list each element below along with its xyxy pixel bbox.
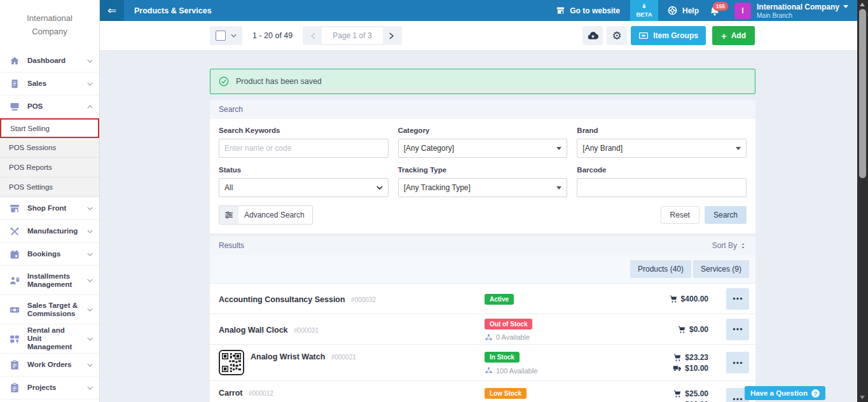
chevron-down-icon (87, 230, 93, 233)
go-to-website-label: Go to website (570, 6, 620, 15)
item-groups-button[interactable]: Item Groups (631, 26, 706, 45)
search-button[interactable]: Search (705, 206, 747, 224)
status-badge: Low Stock (485, 388, 527, 399)
submenu-label: POS Sessions (9, 144, 56, 151)
caret-down-icon (843, 5, 848, 8)
search-keywords-input[interactable] (219, 139, 389, 158)
have-a-question-button[interactable]: Have a Question ? (745, 386, 825, 400)
topbar: ⇐ Products & Services Go to website BETA… (100, 0, 857, 21)
scroll-down-arrow-icon[interactable] (860, 396, 865, 399)
tab-products[interactable]: Products (40) (630, 260, 691, 278)
submenu-item-start-selling[interactable]: Start Selling (0, 118, 99, 138)
have-a-question-label: Have a Question (750, 389, 808, 397)
sidebar-item-label: Projects (27, 384, 80, 392)
row-actions-button[interactable] (726, 352, 749, 373)
list-toolbar: 1 - 20 of 49 Page 1 of 3 ⚙ Item Groups +… (100, 21, 857, 51)
submenu-item-pos-sessions[interactable]: POS Sessions (0, 138, 99, 158)
barcode-label: Barcode (577, 166, 747, 174)
sidebar-item-manufacturing[interactable]: Manufacturing (0, 220, 99, 243)
sidebar-item-projects[interactable]: Projects (0, 377, 99, 399)
chevron-down-icon (87, 253, 93, 256)
category-select[interactable]: [Any Category] (398, 139, 568, 158)
receipt-icon (9, 78, 20, 90)
purchase-price-value: $18.00 (685, 400, 708, 402)
settings-button[interactable]: ⚙ (607, 26, 627, 45)
sidebar-item-installments-management[interactable]: Installments Management (0, 266, 99, 295)
sidebar-item-label: Installments Management (27, 272, 80, 289)
sidebar-item-sales-target-commissions[interactable]: Sales Target & Commissions (0, 295, 99, 324)
add-button[interactable]: + Add (712, 26, 755, 45)
scrollbar-thumb[interactable] (859, 9, 866, 178)
prev-page-button[interactable] (304, 27, 322, 44)
status-select[interactable]: All (219, 178, 389, 197)
barcode-input[interactable] (577, 178, 747, 197)
product-name[interactable]: Analog Wrist Watch #000021 (251, 345, 485, 362)
help-icon (667, 5, 678, 16)
sidebar-item-work-orders[interactable]: Work Orders (0, 354, 99, 377)
advanced-search-button[interactable]: Advanced Search (219, 205, 313, 225)
import-export-button[interactable] (582, 26, 603, 45)
logo-line-1: International (27, 11, 72, 25)
row-actions-button[interactable] (726, 319, 749, 340)
help-link[interactable]: Help (667, 5, 699, 16)
go-to-website-link[interactable]: Go to website (556, 6, 620, 15)
chevron-down-icon (87, 82, 93, 86)
screen: International Company Dashboard Sales PO… (0, 0, 868, 402)
avatar[interactable]: I (734, 3, 751, 19)
vertical-scrollbar[interactable] (857, 0, 868, 402)
product-row: Analog Wrist Watch #000021 In Stock 100 … (210, 344, 755, 380)
next-page-button[interactable] (383, 27, 401, 44)
select-all-dropdown[interactable] (210, 26, 242, 45)
product-price: $400.00 (631, 295, 708, 303)
sidebar-item-sales[interactable]: Sales (0, 73, 99, 95)
home-icon (9, 55, 20, 67)
submenu-item-pos-settings[interactable]: POS Settings (0, 177, 99, 197)
website-icon (556, 6, 565, 15)
sidebar-item-bookings[interactable]: Bookings (0, 243, 99, 266)
availability-value: 0 Available (496, 333, 530, 341)
pos-submenu: Start Selling POS Sessions POS Reports P… (0, 118, 99, 197)
account-menu[interactable]: International Company Main Branch (757, 3, 848, 19)
product-name[interactable]: Analog Wall Clock #000031 (219, 324, 485, 335)
product-name[interactable]: Accounting Consultancy Session #000032 (219, 293, 485, 305)
submenu-label: POS Settings (9, 183, 53, 191)
submenu-item-pos-reports[interactable]: POS Reports (0, 158, 99, 177)
sidebar: International Company Dashboard Sales PO… (0, 0, 100, 402)
brand-select[interactable]: [Any Brand] (577, 139, 747, 158)
tracking-type-select[interactable]: [Any Tracking Type] (398, 178, 568, 197)
dropdown-arrow-icon (556, 147, 561, 150)
tab-services[interactable]: Services (9) (693, 260, 749, 278)
price-value: $25.00 (685, 389, 708, 398)
advanced-search-label: Advanced Search (244, 211, 305, 219)
results-title: Results (219, 241, 244, 250)
product-row: Carrot #000012 Low Stock $25.00 $18.00 (210, 380, 755, 402)
status-badge: Active (485, 294, 514, 305)
sidebar-item-label: Work Orders (27, 361, 80, 369)
search-panel-title: Search (219, 105, 243, 114)
brand-field: Brand [Any Brand] (577, 127, 747, 158)
row-actions-button[interactable] (726, 288, 749, 310)
notifications-button[interactable]: 155 (709, 5, 720, 17)
truck-icon (673, 400, 682, 402)
brand-label: Brand (577, 127, 747, 134)
sidebar-item-clients[interactable]: Clients (0, 399, 99, 402)
logo-line-2: Company (32, 25, 67, 38)
ellipsis-icon (733, 398, 743, 401)
tracking-type-field: Tracking Type [Any Tracking Type] (398, 166, 568, 197)
beta-badge[interactable]: BETA (630, 0, 658, 21)
product-status: Active (485, 293, 631, 305)
scroll-up-arrow-icon[interactable] (860, 3, 865, 6)
sidebar-item-rental-unit-management[interactable]: Rental and Unit Management (0, 324, 99, 354)
sidebar-item-pos[interactable]: POS (0, 95, 99, 118)
notification-count-badge: 155 (713, 2, 728, 11)
product-name[interactable]: Carrot #000012 (219, 381, 485, 398)
search-keywords-field: Search Keywords (219, 127, 389, 158)
select-all-checkbox[interactable] (216, 31, 226, 41)
sidebar-item-shop-front[interactable]: Shop Front (0, 197, 99, 220)
sidebar-item-dashboard[interactable]: Dashboard (0, 50, 99, 73)
alert-message: Product has been saved (236, 77, 322, 86)
sort-by-button[interactable]: Sort By (712, 241, 747, 250)
reset-button[interactable]: Reset (661, 206, 699, 224)
product-image[interactable] (219, 350, 244, 375)
collapse-sidebar-button[interactable]: ⇐ (100, 0, 124, 21)
